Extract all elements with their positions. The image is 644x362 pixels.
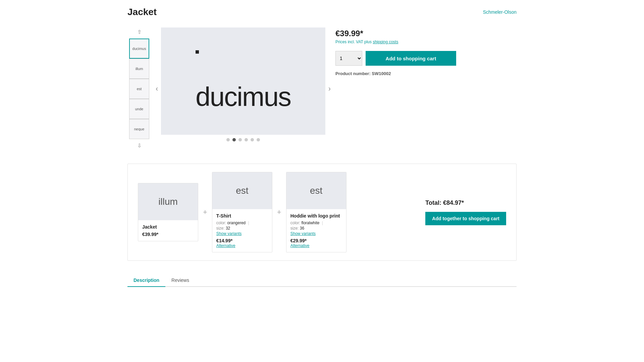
bundle-section: illum Jacket €39.99* + est T-Shirt color…: [127, 164, 517, 261]
bundle-card-price-1: €14.99*: [216, 238, 268, 243]
bundle-card-0: illum Jacket €39.99*: [138, 183, 198, 241]
main-image-container: ‹ ducimus ›: [161, 27, 325, 150]
thumbnail-item-2[interactable]: est: [129, 79, 149, 99]
bundle-plus-2: +: [272, 208, 286, 217]
add-to-cart-row: 1 2 3 4 5 Add to shopping cart: [335, 51, 517, 66]
main-image-text: ducimus: [196, 82, 291, 112]
carousel-dot-6[interactable]: [257, 138, 260, 141]
bundle-card-img-2: est: [286, 172, 346, 209]
product-section: ⇧ ducimusillumestundeneque ⇩ ‹ ducimus ›…: [127, 27, 517, 150]
carousel-next-button[interactable]: ›: [328, 84, 331, 93]
bundle-card-1: est T-Shirt color: orangered | size: 32 …: [212, 172, 272, 252]
bundle-card-2: est Hoddie with logo print color: floral…: [286, 172, 346, 252]
carousel-dot-4[interactable]: [245, 138, 248, 141]
product-info: €39.99* Prices incl. VAT plus shipping c…: [335, 27, 517, 150]
thumb-up-button[interactable]: ⇧: [136, 27, 143, 37]
tabs-nav: DescriptionReviews: [127, 274, 517, 287]
shipping-link[interactable]: shipping costs: [373, 40, 398, 44]
quantity-select[interactable]: 1 2 3 4 5: [335, 51, 362, 66]
page-title: Jacket: [127, 7, 157, 17]
bundle-summary: Total: €84.97* Add together to shopping …: [412, 199, 506, 225]
show-variants-link-2[interactable]: Show variants: [290, 231, 342, 236]
bundle-card-img-0: illum: [138, 183, 198, 220]
bundle-card-price-0: €39.99*: [142, 232, 194, 237]
bundle-card-img-1: est: [212, 172, 272, 209]
brand-link[interactable]: Schmeler-Olson: [483, 9, 517, 15]
thumbnail-item-3[interactable]: unde: [129, 99, 149, 119]
vat-info: Prices incl. VAT plus shipping costs: [335, 40, 517, 44]
bundle-color-1: color: orangered |: [216, 221, 268, 225]
bundle-card-title-2: Hoddie with logo print: [290, 213, 342, 219]
bundle-card-price-2: €29.99*: [290, 238, 342, 243]
tab-description[interactable]: Description: [127, 274, 165, 287]
bundle-total: Total: €84.97*: [425, 199, 506, 206]
thumbnail-item-1[interactable]: illum: [129, 59, 149, 79]
main-product-image: ducimus: [161, 27, 325, 135]
carousel-dots: [161, 138, 325, 141]
add-together-button[interactable]: Add together to shopping cart: [425, 212, 506, 225]
bundle-card-title-1: T-Shirt: [216, 213, 268, 219]
add-to-cart-button[interactable]: Add to shopping cart: [366, 51, 456, 66]
bundle-card-title-0: Jacket: [142, 224, 194, 230]
carousel-dot-3[interactable]: [238, 138, 242, 141]
show-variants-link-1[interactable]: Show variants: [216, 231, 268, 236]
image-dot-decoration: [196, 50, 199, 54]
tabs-section: DescriptionReviews: [127, 274, 517, 287]
thumbnail-gallery: ⇧ ducimusillumestundeneque ⇩: [127, 27, 151, 150]
alternative-link-1[interactable]: Alternative: [216, 243, 268, 248]
carousel-dot-5[interactable]: [251, 138, 254, 141]
carousel-dot-2[interactable]: [232, 138, 236, 141]
carousel-prev-button[interactable]: ‹: [156, 84, 158, 93]
bundle-size-2: size: 36: [290, 226, 342, 231]
thumbnail-item-4[interactable]: neque: [129, 119, 149, 139]
bundle-plus-1: +: [198, 208, 212, 217]
product-price: €39.99*: [335, 29, 517, 38]
product-number: Product number: SW10002: [335, 71, 517, 76]
thumbnail-item-0[interactable]: ducimus: [129, 39, 149, 59]
bundle-color-2: color: floralwhite |: [290, 221, 342, 225]
tab-reviews[interactable]: Reviews: [165, 274, 195, 287]
bundle-size-1: size: 32: [216, 226, 268, 231]
bundle-items: illum Jacket €39.99* + est T-Shirt color…: [138, 172, 412, 252]
carousel-dot-1[interactable]: [226, 138, 230, 141]
page-header: Jacket Schmeler-Olson: [127, 7, 517, 17]
thumb-down-button[interactable]: ⇩: [136, 141, 143, 150]
alternative-link-2[interactable]: Alternative: [290, 243, 342, 248]
